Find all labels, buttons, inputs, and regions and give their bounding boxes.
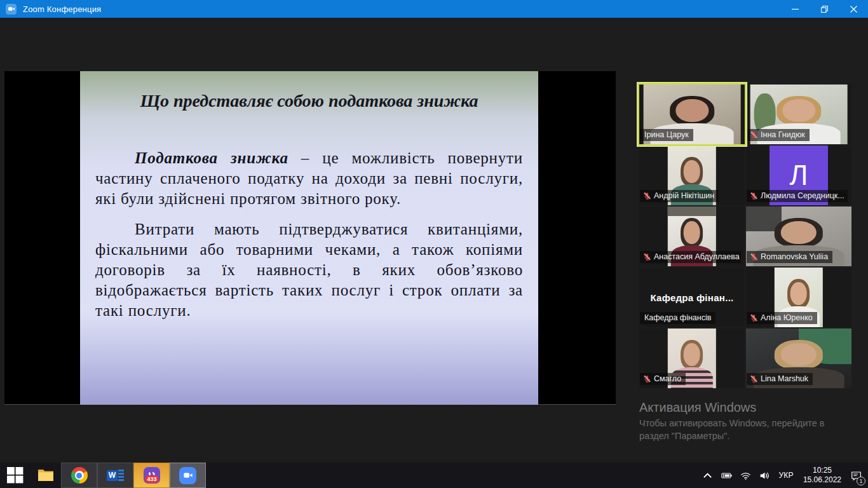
shared-screen-stage: Що представляє собою податкова знижка По… [4,71,616,405]
zoom-icon [179,467,196,484]
participant-tile[interactable]: Romanovska Yuliia [746,207,851,266]
participant-name-label: Romanovska Yuliia [747,251,832,263]
participant-tile[interactable]: Ірина Царук [639,85,745,144]
mic-off-icon [750,375,758,383]
participant-name: Смагло [654,374,681,383]
start-button[interactable] [0,463,31,488]
participant-name: Romanovska Yuliia [761,252,828,261]
slide-body: Податкова знижка – це можливість поверну… [95,148,523,321]
mic-off-icon [750,192,758,200]
action-center-button[interactable]: 1 [849,463,865,488]
battery-icon[interactable] [719,463,734,488]
viber-icon: 433 [144,467,160,484]
participant-tile[interactable]: Смагло [639,329,745,388]
slide-term: Податкова знижка [135,149,288,166]
participant-name: Людмила Середницк... [761,191,844,200]
zoom-taskbar-button[interactable] [170,463,206,488]
participant-name-label: Людмила Середницк... [747,190,848,202]
clock-date: 15.06.2022 [803,475,841,485]
taskbar-clock[interactable]: 10:25 15.06.2022 [800,466,844,485]
activation-line2: раздел "Параметры". [639,430,855,442]
participant-tile[interactable]: Lina Marshuk [746,329,851,388]
hidden-icons-button[interactable] [700,463,715,488]
participant-tile[interactable]: Кафедра фінан...Кафедра фінансів [639,268,745,327]
participant-name-label: Анастасия Абдуллаева [640,251,741,263]
minimize-button[interactable] [780,0,810,18]
mic-off-icon [750,131,758,139]
wifi-icon[interactable] [738,463,753,488]
participant-name-label: Кафедра фінансів [640,312,715,324]
slide-title: Що представляє собою податкова знижка [80,91,538,111]
slide-paragraph-1: Податкова знижка – це можливість поверну… [95,148,523,209]
folder-icon [37,467,54,484]
mic-off-icon [750,314,758,322]
participant-name: Анастасия Абдуллаева [654,252,740,261]
mic-off-icon [750,253,758,261]
participant-tile[interactable]: ЛЛюдмила Середницк... [746,146,851,205]
viber-button[interactable]: 433 [133,463,170,488]
participant-tile[interactable]: Інна Гнидюк [746,85,851,144]
participant-name-label: Андрій Нікітішин [640,190,719,202]
participant-name: Ірина Царук [644,130,689,139]
video-panel: Ірина ЦарукІнна ГнидюкАндрій НікітішинЛЛ… [639,85,851,388]
activation-line1: Чтобы активировать Windows, перейдите в [639,417,855,430]
clock-time: 10:25 [813,466,832,475]
presentation-slide: Що представляє собою податкова знижка По… [80,71,538,405]
volume-icon[interactable] [757,463,772,488]
participant-name-label: Lina Marshuk [747,373,813,385]
mic-off-icon [643,192,651,200]
system-tray: УКР 10:25 15.06.2022 1 [700,463,868,488]
close-button[interactable] [839,0,868,18]
word-icon: W [107,468,124,482]
mic-off-icon [643,253,651,261]
participant-tile[interactable]: Аліна Юренко [746,268,851,327]
participant-name: Кафедра фінансів [644,313,711,322]
participant-name: Андрій Нікітішин [654,191,714,200]
chrome-icon [71,467,88,484]
activation-title: Активация Windows [639,400,855,415]
mic-off-icon [643,375,651,383]
participant-name-label: Аліна Юренко [747,312,817,324]
chrome-button[interactable] [61,463,97,488]
notification-count-badge: 1 [857,477,865,485]
meeting-content-area: Що представляє собою податкова знижка По… [0,18,868,463]
language-indicator[interactable]: УКР [776,463,796,488]
participant-tile[interactable]: Анастасия Абдуллаева [639,207,745,266]
avatar-letter: Л [790,159,808,191]
video-background-detail [668,207,716,216]
file-explorer-button[interactable] [31,463,61,488]
window-title: Zoom Конференция [23,4,101,14]
windows-taskbar: W 433 УКР [0,463,868,488]
zoom-app-icon [6,4,17,15]
restore-button[interactable] [810,0,839,18]
participant-name: Інна Гнидюк [761,130,805,139]
participant-name-label: Ірина Царук [640,129,693,141]
participant-name-label: Смагло [640,373,686,385]
slide-paragraph-2: Витрати мають підтверджуватися квитанція… [95,219,523,321]
participant-tile[interactable]: Андрій Нікітішин [639,146,745,205]
word-button[interactable]: W [97,463,133,488]
viber-unread-badge: 433 [145,475,158,483]
participant-name: Аліна Юренко [761,313,813,322]
participant-name-label: Інна Гнидюк [747,129,810,141]
windows-activation-watermark: Активация Windows Чтобы активировать Win… [639,400,855,442]
participant-name: Lina Marshuk [761,374,808,383]
window-titlebar[interactable]: Zoom Конференция [0,0,868,18]
